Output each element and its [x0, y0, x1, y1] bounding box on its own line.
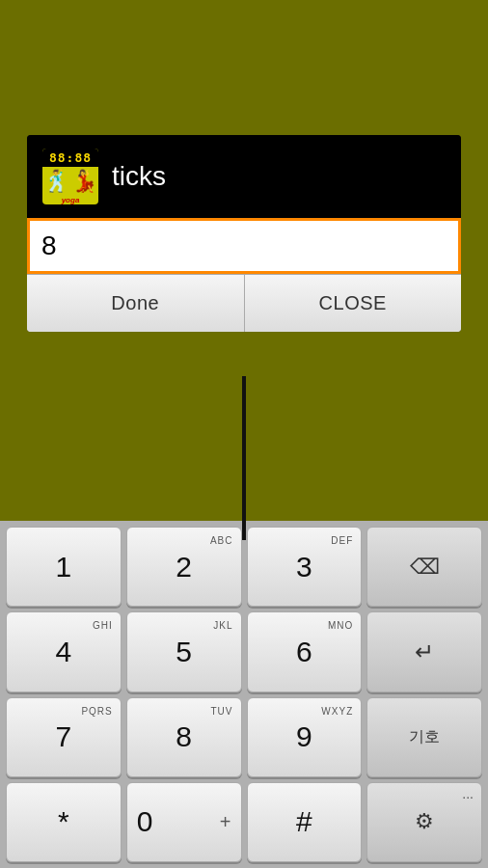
- key-settings[interactable]: ··· ⚙: [366, 782, 482, 862]
- key-hash[interactable]: #: [247, 782, 363, 862]
- key-enter[interactable]: ↵: [366, 611, 482, 692]
- app-icon-figures: 🕺 💃: [42, 167, 98, 196]
- key-6[interactable]: 6 MNO: [247, 611, 363, 692]
- app-icon: 88:88 🕺 💃 yoga: [42, 149, 98, 204]
- keyboard-row-2: 4 GHI 5 JKL 6 MNO ↵: [6, 611, 482, 692]
- key-9[interactable]: 9 WXYZ: [247, 697, 363, 777]
- key-zero[interactable]: 0 +: [126, 782, 242, 862]
- key-8[interactable]: 8 TUV: [126, 697, 242, 777]
- done-button[interactable]: Done: [27, 275, 245, 332]
- close-button[interactable]: CLOSE: [245, 275, 462, 332]
- keyboard-row-3: 7 PQRS 8 TUV 9 WXYZ 기호: [6, 697, 482, 777]
- app-icon-display: 88:88: [42, 149, 98, 167]
- keyboard-row-4: * 0 + # ··· ⚙: [6, 782, 482, 862]
- dialog-input-area: [27, 218, 461, 274]
- dialog-title: ticks: [112, 161, 166, 192]
- dialog-buttons: Done CLOSE: [27, 274, 461, 332]
- key-5[interactable]: 5 JKL: [126, 611, 242, 692]
- key-2[interactable]: 2 ABC: [126, 527, 242, 607]
- ticks-input[interactable]: [30, 221, 458, 271]
- divider-line: [242, 376, 246, 540]
- dialog: 88:88 🕺 💃 yoga ticks Done CLOSE: [27, 135, 461, 332]
- key-1[interactable]: 1: [6, 527, 122, 607]
- key-backspace[interactable]: ⌫: [366, 527, 482, 607]
- keyboard: 1 2 ABC 3 DEF ⌫ 4 GHI 5 JKL 6 MNO ↵: [0, 521, 488, 868]
- key-7[interactable]: 7 PQRS: [6, 697, 122, 777]
- key-star[interactable]: *: [6, 782, 122, 862]
- key-korean[interactable]: 기호: [366, 697, 482, 777]
- dialog-header: 88:88 🕺 💃 yoga ticks: [27, 135, 461, 218]
- key-3[interactable]: 3 DEF: [247, 527, 363, 607]
- key-4[interactable]: 4 GHI: [6, 611, 122, 692]
- app-icon-brand-label: yoga: [62, 196, 80, 204]
